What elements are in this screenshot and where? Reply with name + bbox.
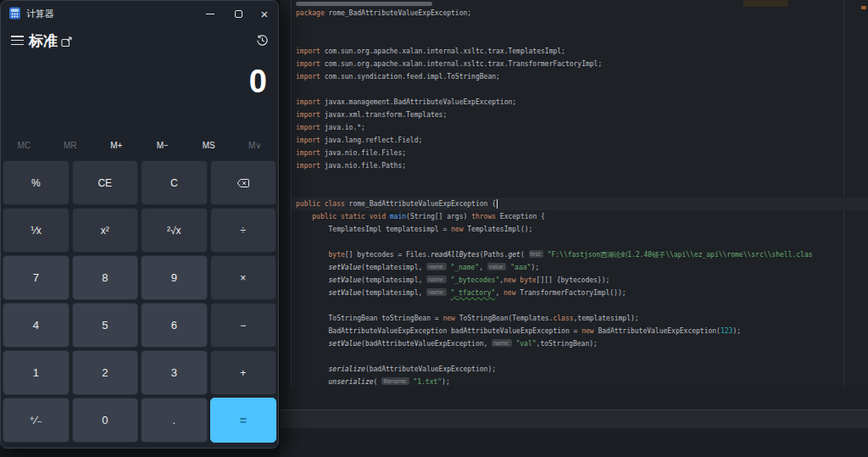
code-line <box>292 20 868 32</box>
code-line: import java.nio.file.Files; <box>292 147 868 159</box>
code-line: import java.lang.reflect.Field; <box>292 134 868 147</box>
code-line <box>292 236 868 248</box>
negate-button[interactable]: ⁺∕₋ <box>3 398 70 443</box>
backspace-button[interactable] <box>210 160 277 205</box>
digit-5-button[interactable]: 5 <box>72 303 139 348</box>
code-line: setValue(templatesimpl, name: "_tfactory… <box>292 287 868 299</box>
code-line <box>292 172 868 185</box>
maximize-button[interactable] <box>225 1 251 26</box>
calculator-app-icon <box>8 7 21 20</box>
square-button[interactable]: x² <box>72 208 139 253</box>
keypad: %CEC⅟xx²²√x÷789×456−123+⁺∕₋0.= <box>3 160 276 443</box>
text-caret <box>497 199 498 209</box>
multiply-button[interactable]: × <box>210 255 277 300</box>
calculator-navbar: 标准 <box>1 26 278 55</box>
digit-9-button[interactable]: 9 <box>141 255 208 300</box>
percent-button[interactable]: % <box>3 160 70 205</box>
backspace-icon <box>236 178 250 188</box>
window-title: 计算器 <box>26 8 54 20</box>
code-line: TemplatesImpl templatesimpl = new Templa… <box>292 223 868 236</box>
code-line: setValue(badAttributeValueExpException, … <box>292 337 868 350</box>
code-line: package rome_BadAttributeValueExpExcepti… <box>292 7 868 20</box>
keep-on-top-icon[interactable] <box>61 36 72 51</box>
scrollbar-file-marker <box>743 0 788 7</box>
digit-4-button[interactable]: 4 <box>3 303 70 348</box>
memory-flyout-button[interactable]: M∨ <box>232 135 279 155</box>
code-line: import java.io.*; <box>292 121 868 134</box>
digit-2-button[interactable]: 2 <box>72 350 139 395</box>
code-line: import javax.management.BadAttributeValu… <box>292 96 868 109</box>
code-line: byte[] bytecodes = Files.readAllBytes(Pa… <box>292 248 868 261</box>
code-line <box>292 83 868 96</box>
code-line: import com.sun.org.apache.xalan.internal… <box>292 58 868 70</box>
divide-button[interactable]: ÷ <box>210 208 277 253</box>
equals-button[interactable]: = <box>210 398 277 443</box>
close-button[interactable]: × <box>252 1 277 26</box>
calculator-titlebar[interactable]: 计算器 × <box>1 1 278 26</box>
minimize-icon <box>206 14 214 14</box>
maximize-icon <box>235 10 242 18</box>
memory-subtract-button[interactable]: M− <box>140 135 186 155</box>
code-area[interactable]: package rome_BadAttributeValueExpExcepti… <box>292 7 868 388</box>
digit-3-button[interactable]: 3 <box>141 350 208 395</box>
code-line <box>292 350 868 363</box>
code-line <box>292 32 868 45</box>
memory-store-button[interactable]: MS <box>186 135 232 155</box>
editor-gutter <box>280 0 292 410</box>
code-line: setValue(templatesimpl, name: "_name", v… <box>292 261 868 274</box>
reciprocal-button[interactable]: ⅟x <box>3 208 70 253</box>
screen: package rome_BadAttributeValueExpExcepti… <box>0 0 868 457</box>
subtract-button[interactable]: − <box>210 303 277 348</box>
memory-add-button[interactable]: M+ <box>93 135 140 155</box>
digit-7-button[interactable]: 7 <box>3 255 70 300</box>
minimize-button[interactable] <box>198 1 223 26</box>
calculator-window: 计算器 × 标准 0 MCMRM+M−MSM∨ <box>0 0 279 449</box>
clear-entry-button[interactable]: CE <box>72 160 139 205</box>
digit-6-button[interactable]: 6 <box>141 303 208 348</box>
editor-bottom-strip <box>280 386 868 410</box>
code-line <box>292 185 868 198</box>
digit-8-button[interactable]: 8 <box>72 255 139 300</box>
code-editor: package rome_BadAttributeValueExpExcepti… <box>280 0 868 457</box>
horizontal-scrollbar-thumb[interactable] <box>296 2 432 6</box>
code-line: ToStringBean toStringBean = new ToString… <box>292 312 868 325</box>
digit-1-button[interactable]: 1 <box>3 350 70 395</box>
code-line: import com.sun.org.apache.xalan.internal… <box>292 45 868 58</box>
code-line: public class rome_BadAttributeValueExpEx… <box>292 198 868 210</box>
hamburger-icon[interactable] <box>11 36 24 45</box>
code-line: import com.sun.syndication.feed.impl.ToS… <box>292 70 868 83</box>
code-line <box>292 299 868 312</box>
code-line: import javax.xml.transform.Templates; <box>292 109 868 121</box>
code-line: BadAttributeValueExpException badAttribu… <box>292 325 868 337</box>
memory-clear-button[interactable]: MC <box>1 135 47 155</box>
clear-button[interactable]: C <box>141 160 208 205</box>
bottom-panel <box>280 428 868 457</box>
calculator-display: 0 <box>1 55 278 106</box>
code-line: serialize(badAttributeValueExpException)… <box>292 363 868 376</box>
bottom-panel-header[interactable] <box>280 410 868 428</box>
add-button[interactable]: + <box>210 350 277 395</box>
memory-row: MCMRM+M−MSM∨ <box>1 135 278 155</box>
mode-label[interactable]: 标准 <box>29 31 58 51</box>
square-root-button[interactable]: ²√x <box>141 208 208 253</box>
history-icon[interactable] <box>256 34 269 50</box>
decimal-separator-button[interactable]: . <box>141 398 208 443</box>
digit-0-button[interactable]: 0 <box>72 398 139 443</box>
memory-recall-button[interactable]: MR <box>47 135 94 155</box>
code-line: public static void main(String[] args) t… <box>292 210 868 223</box>
code-line: import java.nio.file.Paths; <box>292 159 868 172</box>
code-line: setValue(templatesimpl, name: "_bytecode… <box>292 274 868 287</box>
